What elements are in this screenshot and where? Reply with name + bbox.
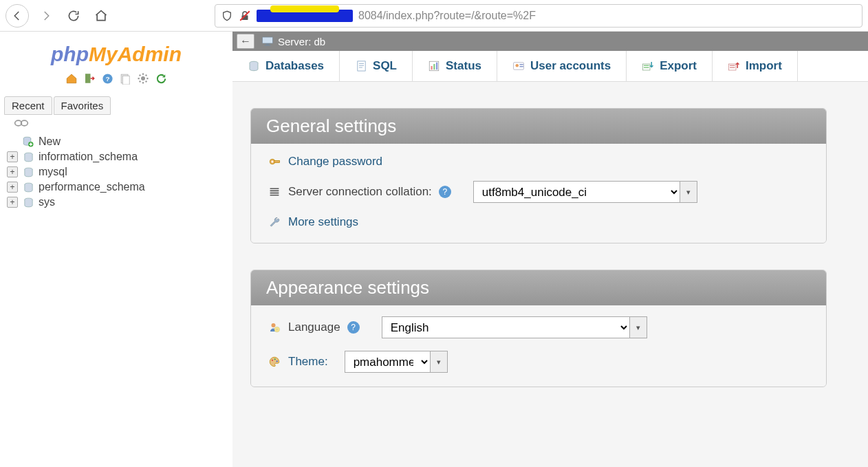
svg-rect-22 bbox=[431, 66, 433, 69]
svg-rect-16 bbox=[263, 37, 273, 43]
language-select-wrap[interactable]: English ▾ bbox=[382, 316, 647, 338]
reload-button[interactable] bbox=[63, 6, 84, 26]
docs-help-icon[interactable]: ? bbox=[100, 72, 114, 85]
tab-export[interactable]: Export bbox=[627, 51, 713, 81]
shield-icon[interactable] bbox=[221, 10, 233, 22]
content-area: ← Server: db Databases SQL Status User a… bbox=[232, 32, 868, 467]
lock-slash-icon[interactable] bbox=[239, 10, 251, 22]
tree-label: sys bbox=[39, 196, 55, 208]
tab-databases[interactable]: Databases bbox=[232, 51, 340, 81]
url-text: 8084/index.php?route=/&route=%2F bbox=[358, 10, 536, 22]
server-bar: ← Server: db bbox=[232, 32, 868, 51]
db-icon bbox=[22, 151, 34, 163]
tab-recent[interactable]: Recent bbox=[4, 96, 52, 115]
help-icon[interactable]: ? bbox=[439, 186, 451, 198]
tab-label: SQL bbox=[373, 59, 397, 73]
svg-point-41 bbox=[274, 358, 276, 360]
svg-point-40 bbox=[272, 360, 273, 361]
export-icon bbox=[642, 60, 654, 72]
svg-rect-31 bbox=[644, 67, 649, 69]
expand-icon[interactable]: + bbox=[7, 197, 18, 208]
users-icon bbox=[512, 60, 525, 72]
tree-item-performance-schema[interactable]: + performance_schema bbox=[4, 180, 228, 195]
svg-point-26 bbox=[515, 64, 519, 67]
server-label: Server: db bbox=[278, 36, 325, 47]
settings-gear-icon[interactable] bbox=[136, 72, 150, 85]
theme-palette-icon bbox=[268, 355, 281, 369]
collation-select-wrap[interactable]: utf8mb4_unicode_ci ▾ bbox=[473, 181, 697, 203]
language-icon bbox=[268, 321, 281, 334]
tab-label: Status bbox=[446, 59, 481, 73]
sql-icon bbox=[355, 60, 367, 72]
svg-point-38 bbox=[272, 323, 276, 327]
sidebar-icon-toolbar: ? bbox=[4, 69, 228, 92]
svg-point-42 bbox=[276, 360, 278, 362]
db-tree: New + information_schema + mysql + perfo… bbox=[4, 134, 228, 210]
tree-label: mysql bbox=[39, 166, 67, 178]
tree-item-new[interactable]: New bbox=[4, 134, 228, 149]
dropdown-chevron-icon[interactable]: ▾ bbox=[680, 181, 697, 203]
expand-icon[interactable]: + bbox=[7, 166, 18, 177]
theme-label: Theme: bbox=[288, 355, 328, 369]
collation-select[interactable]: utf8mb4_unicode_ci bbox=[473, 181, 680, 203]
change-password-link[interactable]: Change password bbox=[288, 155, 382, 169]
tree-item-information-schema[interactable]: + information_schema bbox=[4, 149, 228, 164]
sidebar: phpMyAdmin ? Recent Favorites New + bbox=[0, 32, 232, 467]
dropdown-chevron-icon[interactable]: ▾ bbox=[430, 351, 448, 373]
forward-button[interactable] bbox=[36, 6, 56, 26]
tree-label: information_schema bbox=[39, 151, 138, 163]
key-lock-icon bbox=[268, 155, 281, 169]
tab-user-accounts[interactable]: User accounts bbox=[497, 51, 627, 81]
main-tabs: Databases SQL Status User accounts Expor… bbox=[232, 51, 868, 82]
expand-icon[interactable]: + bbox=[7, 151, 18, 162]
svg-point-37 bbox=[272, 161, 274, 163]
tab-favorites[interactable]: Favorites bbox=[54, 96, 111, 115]
tree-item-mysql[interactable]: + mysql bbox=[4, 164, 228, 180]
more-settings-link[interactable]: More settings bbox=[288, 215, 358, 229]
svg-rect-28 bbox=[519, 66, 523, 67]
theme-select[interactable]: pmahomme bbox=[345, 351, 430, 373]
tab-label: Import bbox=[746, 59, 782, 73]
db-icon bbox=[22, 166, 34, 178]
db-icon bbox=[22, 196, 34, 208]
reload-icon[interactable] bbox=[154, 72, 168, 85]
address-bar[interactable]: 8084/index.php?route=/&route=%2F bbox=[215, 4, 862, 28]
status-icon bbox=[428, 60, 440, 72]
back-button[interactable] bbox=[6, 4, 29, 28]
tab-status[interactable]: Status bbox=[413, 51, 497, 81]
panel-title: General settings bbox=[251, 109, 826, 144]
logout-icon[interactable] bbox=[83, 72, 96, 85]
language-select[interactable]: English bbox=[382, 316, 629, 338]
tab-sql[interactable]: SQL bbox=[340, 51, 413, 81]
home-icon[interactable] bbox=[65, 72, 78, 85]
tree-item-sys[interactable]: + sys bbox=[4, 195, 228, 210]
phpmyadmin-logo[interactable]: phpMyAdmin bbox=[4, 36, 228, 69]
svg-rect-33 bbox=[730, 65, 735, 67]
dropdown-chevron-icon[interactable]: ▾ bbox=[629, 316, 647, 338]
db-icon bbox=[22, 181, 34, 193]
new-db-icon bbox=[22, 135, 34, 148]
svg-rect-2 bbox=[85, 74, 91, 83]
tab-label: Databases bbox=[265, 59, 324, 73]
svg-rect-6 bbox=[122, 76, 129, 85]
home-button[interactable] bbox=[91, 6, 111, 26]
svg-rect-17 bbox=[266, 43, 270, 45]
svg-rect-27 bbox=[519, 64, 523, 65]
help-icon[interactable]: ? bbox=[347, 321, 360, 334]
svg-rect-30 bbox=[644, 65, 649, 67]
theme-select-wrap[interactable]: pmahomme ▾ bbox=[345, 351, 448, 373]
collation-label: Server connection collation: bbox=[288, 185, 432, 199]
panel-appearance-settings: Appearance settings Language ? English ▾ bbox=[250, 270, 827, 387]
sql-query-icon[interactable] bbox=[118, 72, 132, 85]
svg-rect-24 bbox=[436, 63, 437, 70]
collapse-pane-icon[interactable] bbox=[4, 115, 228, 129]
svg-rect-18 bbox=[265, 45, 271, 46]
databases-icon bbox=[248, 60, 260, 72]
svg-text:?: ? bbox=[105, 75, 109, 83]
import-icon bbox=[728, 60, 740, 72]
collapse-sidebar-button[interactable]: ← bbox=[237, 34, 254, 49]
tab-import[interactable]: Import bbox=[713, 51, 798, 81]
expand-icon[interactable]: + bbox=[7, 182, 18, 193]
svg-point-7 bbox=[141, 76, 145, 80]
language-label: Language bbox=[288, 321, 340, 334]
